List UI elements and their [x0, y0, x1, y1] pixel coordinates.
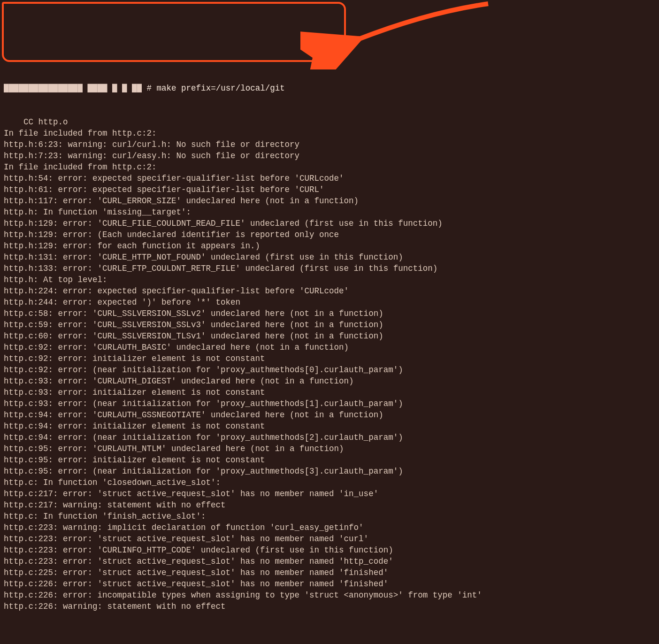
output-line: http.h:129: error: for each function it …	[4, 240, 655, 252]
output-line: http.c:92: error: (near initialization f…	[4, 364, 655, 376]
output-line: http.c:217: error: 'struct active_reques…	[4, 488, 655, 499]
output-line: http.h: In function 'missing__target':	[4, 207, 655, 218]
output-line: http.c:94: error: (near initialization f…	[4, 432, 655, 443]
output-line: http.c:94: error: 'CURLAUTH_GSSNEGOTIATE…	[4, 409, 655, 421]
output-line: http.c:223: error: 'struct active_reques…	[4, 556, 655, 567]
output-line: http.h:7:23: warning: curl/easy.h: No su…	[4, 150, 655, 161]
output-line: http.h: At top level:	[4, 274, 655, 285]
output-line: http.h:224: error: expected specifier-qu…	[4, 285, 655, 297]
output-line: http.h:6:23: warning: curl/curl.h: No su…	[4, 139, 655, 150]
output-line: http.c:225: error: 'struct active_reques…	[4, 567, 655, 578]
output-line: http.c:92: error: initializer element is…	[4, 353, 655, 364]
output-line: http.c: In function 'closedown_active_sl…	[4, 477, 655, 488]
output-line: http.h:61: error: expected specifier-qua…	[4, 184, 655, 195]
arrow-annotation-icon	[300, 0, 498, 69]
output-line: http.h:131: error: 'CURLE_HTTP_NOT_FOUND…	[4, 252, 655, 263]
output-line: http.c: In function 'finish_active_slot'…	[4, 511, 655, 522]
output-line: http.h:133: error: 'CURLE_FTP_COULDNT_RE…	[4, 263, 655, 274]
output-line: http.h:117: error: 'CURL_ERROR_SIZE' und…	[4, 195, 655, 207]
output-line: http.c:226: error: incompatible types wh…	[4, 590, 655, 601]
highlight-box	[2, 2, 346, 62]
output-line: http.h:129: error: 'CURLE_FILE_COULDNT_R…	[4, 218, 655, 229]
output-line: CC http.o	[4, 116, 655, 128]
output-line: http.c:94: error: initializer element is…	[4, 421, 655, 432]
prompt-line: ████████████████ ████ █ █ ██ # make pref…	[4, 83, 655, 94]
output-line: http.c:223: error: 'CURLINFO_HTTP_CODE' …	[4, 544, 655, 556]
output-line: http.h:244: error: expected ')' before '…	[4, 297, 655, 308]
output-line: http.h:54: error: expected specifier-qua…	[4, 173, 655, 184]
prompt-user-host: ████████████████ ████ █ █ ██	[4, 84, 142, 93]
output-line: http.c:95: error: 'CURLAUTH_NTLM' undecl…	[4, 443, 655, 454]
output-line: http.c:60: error: 'CURL_SSLVERSION_TLSv1…	[4, 330, 655, 342]
output-line: http.c:95: error: (near initialization f…	[4, 466, 655, 477]
output-line: http.c:58: error: 'CURL_SSLVERSION_SSLv2…	[4, 308, 655, 319]
prompt-symbol: #	[147, 84, 152, 93]
output-line: http.c:217: warning: statement with no e…	[4, 499, 655, 511]
output-line: http.c:226: warning: statement with no e…	[4, 601, 655, 612]
output-line: http.c:92: error: 'CURLAUTH_BASIC' undec…	[4, 342, 655, 353]
output-line: http.c:223: warning: implicit declaratio…	[4, 522, 655, 533]
output-line: http.c:226: error: 'struct active_reques…	[4, 578, 655, 590]
output-line: http.c:93: error: initializer element is…	[4, 387, 655, 398]
output-line: http.h:129: error: (Each undeclared iden…	[4, 229, 655, 240]
terminal-window[interactable]: ████████████████ ████ █ █ ██ # make pref…	[0, 0, 659, 635]
output-line: http.c:93: error: 'CURLAUTH_DIGEST' unde…	[4, 376, 655, 387]
output-line: In file included from http.c:2:	[4, 128, 655, 139]
command-text: make prefix=/usr/local/git	[157, 84, 285, 93]
output-line: http.c:223: error: 'struct active_reques…	[4, 533, 655, 544]
output-line: http.c:93: error: (near initialization f…	[4, 398, 655, 409]
output-line: http.c:59: error: 'CURL_SSLVERSION_SSLv3…	[4, 319, 655, 330]
output-line: In file included from http.c:2:	[4, 161, 655, 173]
output-line: http.c:95: error: initializer element is…	[4, 454, 655, 466]
compiler-output: CC http.oIn file included from http.c:2:…	[4, 116, 655, 612]
